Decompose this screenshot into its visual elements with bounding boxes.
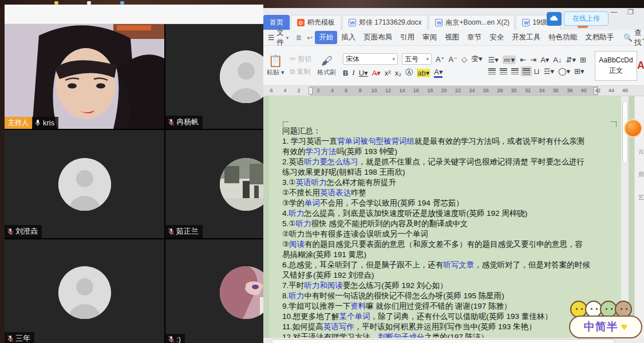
strikethrough-button[interactable]: A̶▾ [372, 69, 381, 77]
doc-text-run: 又错好多(英师 192 刘澄垚) [282, 271, 374, 279]
file-menu[interactable]: ☰ 文件 ▾ [263, 28, 293, 48]
font-size-select[interactable]: 五号▾ [402, 53, 432, 65]
participant-name: 三年 [5, 332, 34, 343]
document-tab-2[interactable]: D稻壳模板 [291, 15, 341, 30]
decrease-indent-button[interactable]: ⇤ [520, 56, 526, 64]
ribbon-tab-视图[interactable]: 视图 [441, 31, 463, 44]
ribbon-tab-插入[interactable]: 插入 [337, 31, 359, 44]
document-tab-4[interactable]: W南京+Boom...en X(2) [429, 15, 515, 30]
superscript-button[interactable]: x² [385, 69, 391, 77]
rail-icon-1[interactable]: 用 [638, 171, 644, 179]
paste-button[interactable]: 📋 粘贴 ▾ [263, 46, 288, 85]
undo-icon[interactable]: ↩ [305, 34, 315, 42]
style-name: 正文 [609, 66, 623, 76]
cloud-upload-icon[interactable] [547, 12, 562, 26]
copy-button[interactable]: ⧉ 复制 [290, 67, 311, 77]
ribbon-tab-审阅[interactable]: 审阅 [418, 31, 441, 44]
enclose-char-button[interactable]: ◯▾ [558, 67, 570, 76]
doc-text-run: 有效的 [282, 147, 306, 156]
doc-text-run: 4. [282, 209, 289, 218]
cloud-sync-icon[interactable]: ☁ [641, 33, 644, 42]
doc-link-text: 背单词被句型被背词组 [337, 137, 414, 145]
promo-badge-icon[interactable] [624, 119, 642, 137]
insert-table-icon[interactable]: ⊞ [580, 56, 586, 64]
ribbon-tab-开始[interactable]: 开始 [315, 31, 337, 44]
font-color-button[interactable]: A▾ [434, 68, 442, 78]
file-menu-label: 文件 [276, 28, 284, 48]
video-tile-5[interactable]: 三年 [5, 239, 164, 343]
subscript-button[interactable]: x₂ [395, 69, 402, 77]
ribbon-tab-章节[interactable]: 章节 [463, 31, 485, 44]
video-tile-3[interactable]: 刘澄垚 [5, 130, 164, 238]
underline-button[interactable]: U▾ [359, 69, 368, 77]
video-grid: 主持人kris冉杨帆刘澄垚茹正兰三年:) [5, 24, 263, 343]
align-right-button[interactable] [511, 68, 519, 74]
rail-icon-2[interactable]: 艺 [638, 194, 644, 202]
ruler-number: 34 [539, 88, 544, 93]
ribbon-tab-文档助手[interactable]: 文档助手 [581, 31, 618, 44]
shrink-font-button[interactable]: A⁻ [449, 55, 458, 64]
align-justify-button[interactable] [523, 68, 530, 74]
ribbon-tab-页面布局[interactable]: 页面布局 [359, 31, 396, 44]
video-tile-2[interactable]: 冉杨帆 [165, 24, 263, 129]
horizontal-ruler[interactable]: 6422468101214161820222426283032343638404… [263, 86, 644, 96]
ruler-number: 18 [427, 88, 433, 93]
style-gallery[interactable]: AaBbCcDd 正文 A [595, 46, 644, 85]
video-tile-6[interactable]: :) [165, 239, 263, 343]
doc-line-17: 8.听力中有时候一句话说的很快记不得怎么办呀(英师 195 陈星雨) [282, 291, 614, 301]
distribute-button[interactable]: ⊔ [534, 67, 540, 76]
doc-text-run: ③学的 [282, 199, 305, 207]
sort-button[interactable]: A↓ [553, 56, 562, 64]
document-tab-3[interactable]: W郑佳 17133629.docx [342, 15, 428, 30]
ribbon-tab-引用[interactable]: 引用 [396, 31, 418, 44]
word-doc-icon: W [435, 19, 442, 26]
align-left-button[interactable] [488, 68, 496, 74]
minimize-button[interactable]: — [610, 8, 617, 16]
video-tile-4[interactable]: 茹正兰 [165, 130, 263, 238]
format-painter-button[interactable]: 🖌 格式刷 [314, 46, 339, 85]
borders-button[interactable]: ⊞▾ [574, 67, 584, 76]
bold-button[interactable]: B [343, 69, 348, 77]
doc-line-13: 易搞糊涂(英师 191 黄思) [282, 250, 614, 260]
doc-line-12: ③阅读有的题目感觉只要表面的意思（和原文差不多）有的题目感觉又要引申的意思，容 [282, 239, 614, 250]
highlight-button[interactable]: ab▾ [417, 69, 430, 77]
ruler-number: 44 [609, 88, 614, 93]
ruler-number: 30 [511, 88, 517, 93]
cut-button[interactable]: ✂ 剪切 [290, 54, 311, 64]
grow-font-button[interactable]: A⁺ [436, 55, 445, 64]
restore-button[interactable]: ❐ [627, 8, 634, 16]
horizontal-scrollbar-thumb[interactable] [271, 339, 615, 343]
save-icon[interactable]: 🗎 [293, 34, 305, 42]
rail-icon-0[interactable]: 云 [638, 148, 644, 156]
ruler-number: 4 [283, 88, 286, 93]
indent-marker-left[interactable] [309, 87, 313, 94]
clear-format-button[interactable]: ◇ [461, 55, 467, 64]
bullet-list-button[interactable]: ☰▾ [488, 56, 499, 64]
avatar [58, 266, 111, 319]
doc-text-run: 9.学姐可以推荐一下 [282, 302, 350, 310]
upload-tooltip-label: 在线上传 [564, 11, 609, 26]
meeting-titlebar[interactable] [5, 5, 263, 24]
show-marks-button[interactable]: ⇵▾ [566, 56, 576, 64]
increase-indent-button[interactable]: ⇥ [530, 56, 536, 64]
ribbon-tab-特色功能[interactable]: 特色功能 [544, 31, 581, 44]
video-tile-1[interactable]: 主持人kris [5, 24, 164, 129]
numbered-list-button[interactable]: ≔▾ [503, 56, 516, 64]
ribbon-tab-安全[interactable]: 安全 [485, 31, 508, 44]
doc-link-text: 阅读 [289, 240, 305, 249]
font-name-select[interactable]: 宋体▾ [343, 53, 398, 65]
phonetic-button[interactable]: Ⓐ [405, 68, 413, 78]
paste-icon: 📋 [268, 54, 283, 67]
doc-text-run: 吗(英师 193 钟莹) [337, 147, 398, 156]
text-tool-button[interactable]: 变▾ [471, 54, 483, 64]
line-spacing-button[interactable]: ☲▾ [544, 67, 554, 76]
doc-link-text: 英语听力 [295, 178, 326, 187]
heart-icon: ♥ [621, 321, 627, 333]
text-effects-button[interactable]: A▾ [540, 56, 549, 64]
align-center-button[interactable] [500, 68, 507, 74]
ribbon-tab-开发工具[interactable]: 开发工具 [508, 31, 544, 44]
document-text[interactable]: 问题汇总：1. 学习英语一直背单词被句型被背词组就是最有效的学习方法吗，或者说平… [282, 126, 614, 338]
ruler-number: 40 [581, 88, 587, 93]
italic-button[interactable]: I [352, 68, 354, 77]
find-button[interactable]: 🔍 查找 [623, 28, 641, 48]
